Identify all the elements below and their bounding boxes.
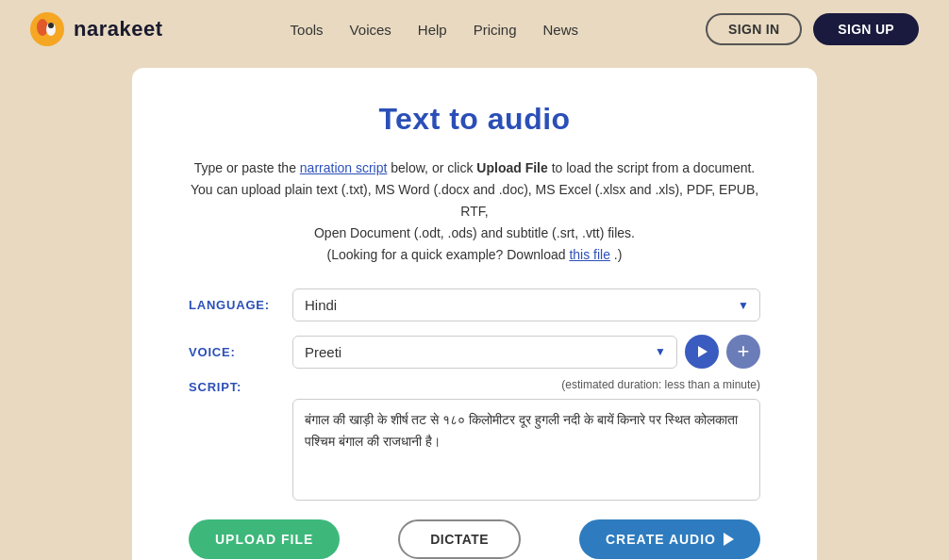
svg-point-3 xyxy=(48,23,54,28)
main-card: Text to audio Type or paste the narratio… xyxy=(132,68,817,560)
this-file-link[interactable]: this file xyxy=(569,247,610,262)
script-textarea[interactable]: बंगाल की खाड़ी के शीर्ष तट से १८० किलोमी… xyxy=(292,399,760,501)
nav-voices[interactable]: Voices xyxy=(350,22,391,38)
logo-area: narakeet xyxy=(30,12,163,46)
create-audio-button[interactable]: CREATE AUDIO xyxy=(579,519,760,559)
voice-select-wrapper: Preeti ▼ xyxy=(292,336,677,369)
bottom-buttons: UPLOAD FILE DICTATE CREATE AUDIO xyxy=(189,519,760,559)
script-label: SCRIPT: xyxy=(189,380,292,394)
voice-play-button[interactable] xyxy=(685,335,719,369)
dictate-button[interactable]: DICTATE xyxy=(398,519,521,559)
voice-select[interactable]: Preeti xyxy=(292,336,677,369)
logo-text: narakeet xyxy=(74,17,163,41)
svg-point-1 xyxy=(37,19,48,36)
desc-part2: below, or click xyxy=(391,160,476,175)
narration-script-link[interactable]: narration script xyxy=(300,160,388,175)
create-audio-label: CREATE AUDIO xyxy=(606,532,716,547)
voice-row: VOICE: Preeti ▼ + xyxy=(189,335,760,369)
script-textarea-wrapper: बंगाल की खाड़ी के शीर्ष तट से १८० किलोमी… xyxy=(292,399,760,504)
description-text: Type or paste the narration script below… xyxy=(189,157,760,266)
upload-bold-text: Upload File xyxy=(476,160,547,175)
language-select-wrapper: Hindi ▼ xyxy=(292,288,760,321)
desc-example: (Looking for a quick example? Download xyxy=(327,247,570,262)
desc-end: .) xyxy=(614,247,623,262)
voice-add-button[interactable]: + xyxy=(726,335,760,369)
voice-controls: Preeti ▼ + xyxy=(292,335,760,369)
create-audio-play-icon xyxy=(724,533,734,546)
script-label-spacer xyxy=(189,399,292,504)
page-title: Text to audio xyxy=(189,102,760,137)
language-select[interactable]: Hindi xyxy=(292,288,760,321)
language-label: LANGUAGE: xyxy=(189,298,292,312)
script-input-row: बंगाल की खाड़ी के शीर्ष तट से १८० किलोमी… xyxy=(189,399,760,504)
header: narakeet Tools Voices Help Pricing News … xyxy=(0,0,949,58)
plus-icon: + xyxy=(738,341,750,362)
script-header: SCRIPT: (estimated duration: less than a… xyxy=(189,378,760,395)
voice-label: VOICE: xyxy=(189,345,292,359)
desc-part1: Type or paste the xyxy=(194,160,296,175)
main-nav: Tools Voices Help Pricing News xyxy=(291,22,578,38)
nav-pricing[interactable]: Pricing xyxy=(474,22,517,38)
logo-icon xyxy=(30,12,64,46)
nav-help[interactable]: Help xyxy=(418,22,447,38)
nav-news[interactable]: News xyxy=(543,22,579,38)
upload-file-button[interactable]: UPLOAD FILE xyxy=(189,519,340,559)
header-buttons: SIGN IN SIGN UP xyxy=(706,13,919,45)
main-content: Text to audio Type or paste the narratio… xyxy=(0,68,949,560)
language-row: LANGUAGE: Hindi ▼ xyxy=(189,288,760,321)
signup-button[interactable]: SIGN UP xyxy=(813,13,919,45)
estimated-duration: (estimated duration: less than a minute) xyxy=(292,378,760,391)
signin-button[interactable]: SIGN IN xyxy=(706,13,802,45)
play-icon xyxy=(698,346,708,357)
script-section: SCRIPT: (estimated duration: less than a… xyxy=(189,378,760,504)
nav-tools[interactable]: Tools xyxy=(291,22,324,38)
